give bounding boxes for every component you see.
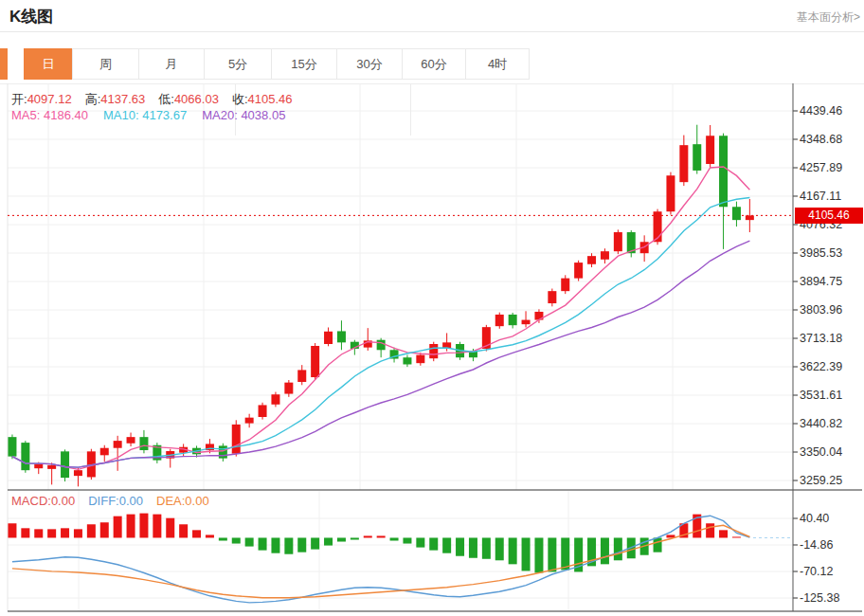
macd-bar bbox=[429, 537, 438, 550]
macd-bar bbox=[495, 537, 504, 560]
macd-value: 0.00 bbox=[51, 494, 75, 508]
macd-bar bbox=[548, 537, 556, 571]
y-axis-label: 3713.18 bbox=[800, 332, 842, 345]
macd-bar bbox=[732, 536, 741, 537]
macd-bar bbox=[114, 516, 122, 538]
candle-body bbox=[509, 315, 517, 325]
close-label: 收: bbox=[232, 92, 248, 106]
y-axis-label: -125.38 bbox=[800, 591, 839, 605]
y-axis-label: 3350.04 bbox=[800, 445, 842, 459]
macd-bar bbox=[34, 529, 43, 537]
candle-body bbox=[337, 331, 346, 342]
candle-body bbox=[403, 357, 411, 364]
macd-bar bbox=[442, 537, 451, 553]
ma10-value: 4173.67 bbox=[142, 108, 187, 122]
candle-body bbox=[574, 263, 583, 279]
macd-bar bbox=[522, 537, 531, 571]
macd-bar bbox=[232, 537, 241, 543]
y-axis-label: 3894.75 bbox=[800, 275, 842, 288]
y-axis-label: 3622.39 bbox=[800, 360, 842, 373]
macd-bar bbox=[284, 537, 293, 553]
macd-bar bbox=[719, 530, 728, 537]
high-label: 高: bbox=[85, 92, 101, 106]
macd-bar bbox=[509, 537, 517, 564]
candle-body bbox=[666, 175, 675, 211]
y-axis-label: 4257.89 bbox=[800, 161, 842, 174]
ma10-label: MA10: bbox=[103, 108, 139, 122]
candle-body bbox=[245, 418, 254, 424]
macd-bar bbox=[403, 537, 411, 543]
macd-bar bbox=[74, 529, 82, 537]
candle-body bbox=[259, 405, 267, 417]
macd-bar bbox=[8, 523, 16, 537]
open-value: 4097.12 bbox=[27, 92, 72, 106]
macd-bar bbox=[377, 535, 386, 537]
macd-bar bbox=[179, 524, 188, 537]
macd-bar bbox=[192, 530, 201, 537]
y-axis-label: 4439.46 bbox=[800, 104, 842, 118]
candle-body bbox=[100, 448, 109, 456]
macd-bar bbox=[416, 537, 424, 547]
macd-bar bbox=[534, 537, 543, 572]
y-axis-label: 4348.68 bbox=[800, 133, 842, 146]
macd-bar bbox=[245, 537, 254, 546]
y-axis-label: 4167.11 bbox=[800, 190, 841, 203]
ma5-label: MA5: bbox=[11, 108, 40, 122]
y-axis-label: -14.86 bbox=[800, 538, 833, 552]
legend-cell-divider-2 bbox=[410, 84, 411, 136]
candle-body bbox=[601, 251, 609, 260]
macd-bar bbox=[259, 537, 267, 550]
candle-body bbox=[47, 465, 56, 469]
macd-label: MACD: bbox=[11, 494, 51, 508]
candle-body bbox=[429, 344, 438, 358]
y-axis-label: 3531.61 bbox=[800, 389, 842, 402]
macd-bar bbox=[153, 515, 161, 538]
macd-bar bbox=[390, 537, 399, 540]
ohlc-legend: 开:4097.12高:4137.63低:4066.03收:4105.46 bbox=[11, 91, 306, 108]
close-value: 4105.46 bbox=[248, 92, 293, 106]
macd-bar bbox=[206, 534, 214, 537]
macd-bar bbox=[337, 537, 346, 541]
candle-body bbox=[548, 291, 556, 303]
macd-bar bbox=[139, 514, 148, 538]
candle-body bbox=[561, 279, 569, 292]
macd-bar bbox=[614, 537, 622, 560]
candle-body bbox=[746, 215, 754, 220]
y-axis-label: 40.40 bbox=[800, 512, 829, 525]
macd-bar bbox=[601, 537, 609, 564]
y-axis-label: -70.12 bbox=[800, 565, 833, 578]
high-value: 4137.63 bbox=[100, 92, 145, 106]
candle-body bbox=[127, 437, 135, 444]
candle-body bbox=[706, 136, 714, 164]
ma-legend: MA5: 4186.40MA10: 4173.67MA20: 4038.05 bbox=[11, 108, 285, 122]
candle-body bbox=[219, 445, 227, 458]
macd-bar bbox=[469, 537, 477, 557]
candle-body bbox=[522, 320, 531, 325]
macd-bar bbox=[364, 535, 372, 537]
macd-bar bbox=[706, 523, 714, 537]
candle-body bbox=[284, 383, 293, 394]
low-value: 4066.03 bbox=[174, 92, 219, 106]
macd-bar bbox=[21, 528, 29, 537]
macd-bar bbox=[351, 537, 359, 539]
candle-body bbox=[732, 207, 741, 220]
candle-body bbox=[8, 437, 16, 456]
macd-bar bbox=[47, 529, 56, 537]
macd-bar bbox=[271, 537, 279, 553]
macd-bar bbox=[166, 518, 174, 538]
macd-bar bbox=[219, 537, 227, 540]
candle-body bbox=[587, 256, 596, 264]
candle-body bbox=[114, 441, 122, 448]
y-axis-label: 3985.53 bbox=[800, 246, 842, 260]
macd-line bbox=[12, 516, 750, 603]
y-axis-label: 3440.82 bbox=[800, 417, 842, 430]
candle-body bbox=[377, 340, 386, 351]
diff-value: 0.00 bbox=[119, 494, 143, 508]
y-axis-label: 3259.25 bbox=[800, 474, 842, 487]
ma20-value: 4038.05 bbox=[241, 108, 285, 122]
candle-body bbox=[719, 136, 728, 207]
candle-body bbox=[324, 332, 333, 344]
y-axis-label: 3803.96 bbox=[800, 303, 842, 317]
candle-body bbox=[416, 355, 424, 364]
ma20-label: MA20: bbox=[202, 108, 238, 122]
